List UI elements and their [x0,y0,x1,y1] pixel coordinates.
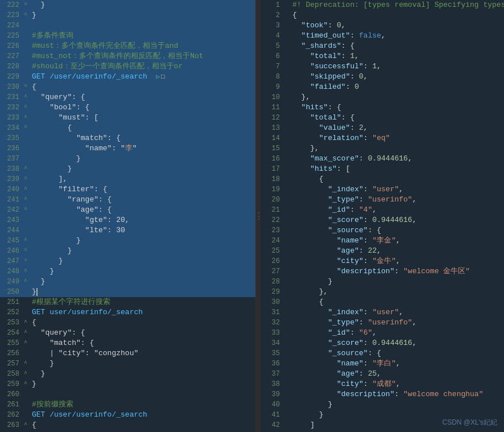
line-number: 235 [0,133,24,143]
fold-arrow-icon[interactable]: ^ [24,236,31,246]
line-content: "bool": { [31,102,255,113]
fold-arrow-icon[interactable]: ^ [24,113,31,123]
line-number: 31 [261,307,284,318]
table-row: 235 "match": { [0,133,255,143]
fold-arrow-icon[interactable]: ^ [24,359,31,369]
line-content: #should：至少一个查询条件匹配，相当于or [31,61,255,72]
line-content: "_score": 0.9444616, [291,338,504,348]
table-row: 20 "_type": "userinfo", [261,195,504,205]
table-row: 241^ "range": { [0,195,255,205]
line-number: 34 [261,338,284,348]
table-row: 254^ "query": { [0,328,255,338]
table-row: 245^ } [0,236,255,246]
line-content: { [31,82,255,92]
table-row: 38 "city": "成都", [261,379,504,389]
line-content: "name": "李" [31,143,255,154]
table-row: 30 { [261,297,504,307]
table-row: 21 "_id": "4", [261,205,504,215]
fold-arrow-icon[interactable]: ^ [24,328,31,338]
line-number: 6 [261,51,284,61]
fold-arrow-icon[interactable]: ^ [24,379,31,389]
right-code-area[interactable]: 1 #! Deprecation: [types removal] Specif… [261,0,504,432]
line-content: "took": 0, [291,20,504,31]
fold-arrow-icon[interactable]: ^ [24,82,31,92]
line-content: "age": { [31,205,255,215]
fold-arrow-icon[interactable]: ^ [24,205,31,215]
line-content: } [291,277,504,287]
line-number: 250 [0,287,24,297]
line-number: 259 [0,379,24,389]
fold-arrow-icon[interactable]: ^ [24,277,31,287]
save-icon[interactable]: □ [161,73,165,80]
pane-divider[interactable]: ⋮ [256,0,261,432]
fold-arrow-icon[interactable]: ^ [24,0,31,10]
line-number: 227 [0,51,24,61]
fold-arrow-icon[interactable]: ^ [24,195,31,205]
line-number: 243 [0,215,24,225]
line-content: } [31,10,255,20]
fold-arrow-icon[interactable]: ^ [24,338,31,348]
table-row: 26 "city": "金牛", [261,256,504,266]
line-number: 242 [0,205,24,215]
table-row: 233^ "must": [ [0,113,255,123]
line-content: "total": 1, [291,51,504,61]
right-editor-pane: 1 #! Deprecation: [types removal] Specif… [261,0,504,432]
line-content: GET /user/userinfo/_search ▷□ [31,72,255,82]
fold-arrow-icon[interactable]: ^ [24,92,31,102]
fold-arrow-icon[interactable]: ^ [24,184,31,195]
line-content: "name": "李金", [291,236,504,246]
table-row: 248^ } [0,266,255,277]
table-row: 239^ ], [0,174,255,184]
fold-arrow-icon[interactable]: ^ [24,256,31,266]
line-content: "_id": "4", [291,205,504,215]
line-content: "_type": "userinfo", [291,318,504,328]
table-row: 24 "name": "李金", [261,236,504,246]
fold-arrow-icon[interactable]: ^ [24,174,31,184]
line-number: 40 [261,400,284,410]
line-number: 255 [0,338,24,348]
line-number: 247 [0,256,24,266]
line-number: 42 [261,420,284,430]
line-number: 254 [0,328,24,338]
fold-arrow-icon[interactable]: ^ [24,318,31,328]
line-number: 28 [261,277,284,287]
run-icon[interactable]: ▷ [156,73,160,80]
line-content: "total": { [291,113,504,123]
table-row: 262 GET /user/userinfo/_search [0,410,255,420]
line-number: 16 [261,154,284,164]
line-content: "hits": { [291,102,504,113]
table-row: 13 "value": 2, [261,123,504,133]
table-row: 230^{ [0,82,255,92]
fold-arrow-icon[interactable]: ^ [24,164,31,174]
line-content: } [31,359,255,369]
line-content: "value": 2, [291,123,504,133]
fold-arrow-icon[interactable]: ^ [24,369,31,379]
fold-arrow-icon[interactable]: ^ [24,102,31,113]
line-content: "description": "welcome 金牛区" [291,266,504,277]
fold-arrow-icon[interactable]: ^ [24,266,31,277]
table-row: 256 | "city": "congzhou" [0,348,255,359]
line-number: 19 [261,184,284,195]
line-content: "_shards": { [291,41,504,51]
line-number: 11 [261,102,284,113]
line-content: "range": { [31,195,255,205]
line-number: 257 [0,359,24,369]
line-content: #多条件查询 [31,31,255,41]
table-row: 18 { [261,174,504,184]
table-row: 224 [0,20,255,31]
table-row: 222^ } [0,0,255,10]
line-number: 238 [0,164,24,174]
fold-arrow-icon[interactable]: ^ [24,420,31,430]
table-row: 11 "hits": { [261,102,504,113]
table-row: 40 } [261,400,504,410]
line-number: 8 [261,72,284,82]
line-content: { [291,10,504,20]
left-code-area[interactable]: 222^ }223^}224 225 #多条件查询226 #must：多个查询条… [0,0,255,432]
line-number: 41 [261,410,284,420]
fold-arrow-icon[interactable]: ^ [24,123,31,133]
fold-arrow-icon[interactable]: ^ [24,246,31,256]
line-content: "_source": { [291,348,504,359]
line-number: 263 [0,420,24,430]
table-row: 29 }, [261,287,504,297]
fold-arrow-icon[interactable]: ^ [24,10,31,20]
